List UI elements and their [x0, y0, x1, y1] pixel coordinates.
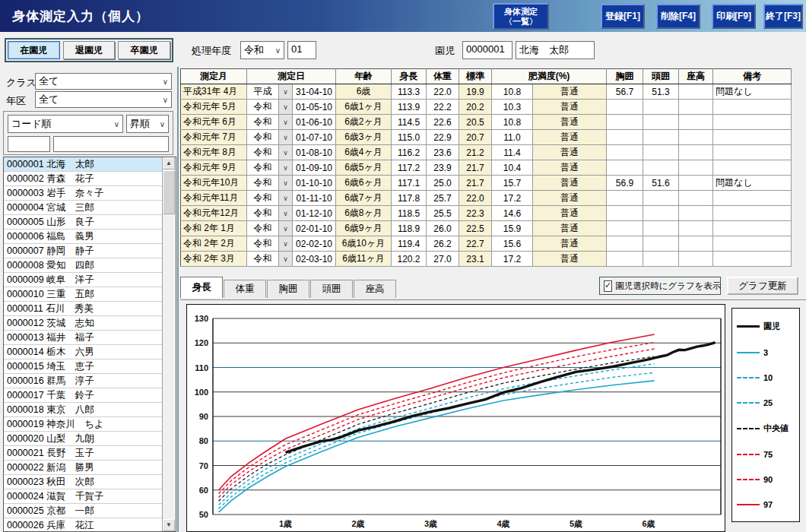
era-select[interactable]: 令和 ∨ — [240, 41, 284, 59]
col-obesity: 肥満度(%) — [492, 69, 607, 84]
list-item[interactable]: 0000004 宮城 三郎 — [4, 201, 163, 215]
list-item[interactable]: 0000007 静岡 静子 — [4, 244, 163, 258]
list-item[interactable]: 0000013 福井 福子 — [4, 331, 163, 345]
register-button[interactable]: 登録[F1] — [601, 4, 645, 29]
graph-update-button[interactable]: グラフ更新 — [727, 277, 798, 295]
scroll-thumb[interactable] — [163, 170, 175, 214]
table-row[interactable]: 令和元年 8月令和∨01-08-106歳4ヶ月116.223.621.211.4… — [181, 145, 792, 160]
list-item[interactable]: 0000008 愛知 四郎 — [4, 258, 163, 273]
fiscal-year-label: 処理年度 — [192, 44, 231, 58]
graph-tab-height[interactable]: 身長 — [180, 277, 223, 298]
delete-button[interactable]: 削除[F4] — [656, 4, 700, 29]
era-dropdown-button[interactable]: ∨ — [279, 160, 293, 176]
table-row[interactable]: 令和元年 7月令和∨01-07-106歳3ヶ月115.022.920.711.0… — [181, 130, 792, 145]
list-item[interactable]: 0000009 岐阜 洋子 — [4, 273, 163, 287]
table-row[interactable]: 令和元年 9月令和∨01-09-106歳5ヶ月117.223.921.710.4… — [181, 160, 792, 176]
order-select[interactable]: 昇順 ∨ — [126, 115, 169, 133]
legend-entry: 3 — [737, 348, 795, 357]
era-dropdown-button[interactable]: ∨ — [279, 100, 293, 115]
legend-entry: 90 — [737, 475, 795, 484]
svg-text:60: 60 — [199, 486, 208, 495]
era-dropdown-button[interactable]: ∨ — [279, 252, 293, 267]
list-item[interactable]: 0000003 岩手 奈々子 — [4, 186, 163, 201]
graph-tab-sitting[interactable]: 座高 — [354, 280, 396, 298]
body-measure-list-button[interactable]: 身体測定 〈一覧〉 — [493, 3, 549, 30]
legend-entry: 97 — [737, 500, 795, 509]
table-row[interactable]: 令和元年 6月令和∨01-06-106歳2ヶ月114.522.620.510.8… — [181, 115, 792, 130]
era-dropdown-button[interactable]: ∨ — [279, 221, 293, 236]
list-item[interactable]: 0000024 滋賀 千賀子 — [4, 489, 163, 504]
col-date: 測定日 — [247, 69, 336, 84]
list-item[interactable]: 0000020 山梨 九朗 — [4, 432, 163, 446]
col-age: 年齢 — [336, 69, 392, 84]
era-dropdown-button[interactable]: ∨ — [279, 191, 293, 206]
tab-withdrawn[interactable]: 退園児 — [63, 41, 116, 59]
table-row[interactable]: 令和 2年 2月令和∨02-02-106歳10ヶ月119.426.222.715… — [181, 236, 792, 252]
table-row[interactable]: 令和 2年 1月令和∨02-01-106歳9ヶ月118.926.022.515.… — [181, 221, 792, 236]
table-row[interactable]: 令和 2年 3月令和∨02-03-106歳11ヶ月120.227.023.117… — [181, 252, 792, 267]
svg-text:110: 110 — [195, 363, 208, 372]
era-dropdown-button[interactable]: ∨ — [279, 84, 293, 100]
tab-enrolled[interactable]: 在園児 — [8, 41, 60, 59]
list-item[interactable]: 0000025 京都 一郎 — [4, 504, 163, 518]
list-item[interactable]: 0000021 長野 玉子 — [4, 446, 163, 461]
svg-text:80: 80 — [199, 436, 208, 445]
list-item[interactable]: 0000011 石川 秀美 — [4, 302, 163, 316]
list-scrollbar[interactable]: ▲ ▼ — [162, 157, 176, 531]
table-row[interactable]: 令和元年11月令和∨01-11-106歳7ヶ月117.825.722.017.2… — [181, 191, 792, 206]
svg-text:100: 100 — [195, 388, 208, 397]
filter-name-input[interactable] — [53, 136, 169, 152]
graph-tab-weight[interactable]: 体重 — [224, 280, 266, 298]
era-dropdown-button[interactable]: ∨ — [279, 145, 293, 160]
print-button[interactable]: 印刷[F9] — [712, 4, 756, 29]
graph-tab-chest[interactable]: 胸囲 — [267, 280, 309, 298]
legend-entry: 25 — [737, 398, 795, 407]
era-dropdown-button[interactable]: ∨ — [279, 176, 293, 191]
panel-divider — [177, 67, 179, 532]
table-row[interactable]: 令和元年12月令和∨01-12-106歳8ヶ月118.525.522.314.6… — [181, 206, 792, 221]
list-item[interactable]: 0000006 福島 義男 — [4, 230, 163, 244]
legend-line-sample — [737, 479, 760, 480]
list-item[interactable]: 0000016 群馬 淳子 — [4, 374, 163, 388]
fiscal-year-input[interactable]: 01 — [287, 41, 316, 59]
list-item[interactable]: 0000018 東京 八郎 — [4, 403, 163, 417]
filter-code-input[interactable] — [8, 136, 50, 152]
list-item[interactable]: 0000010 三重 五郎 — [4, 287, 163, 302]
list-item[interactable]: 0000019 神奈川 ちよ — [4, 417, 163, 432]
scroll-up-icon[interactable]: ▲ — [163, 157, 175, 169]
era-dropdown-button[interactable]: ∨ — [279, 130, 293, 145]
list-item[interactable]: 0000012 茨城 志知 — [4, 316, 163, 331]
list-item[interactable]: 0000022 新潟 勝男 — [4, 461, 163, 475]
era-dropdown-button[interactable]: ∨ — [279, 115, 293, 130]
exit-button[interactable]: 終了[F3] — [763, 4, 803, 29]
table-row[interactable]: 平成31年 4月平成∨31-04-106歳113.322.019.910.8普通… — [181, 84, 792, 100]
list-item[interactable]: 0000023 秋田 次郎 — [4, 475, 163, 489]
table-row[interactable]: 令和元年 5月令和∨01-05-106歳1ヶ月113.922.220.210.3… — [181, 100, 792, 115]
list-item[interactable]: 0000026 兵庫 花江 — [4, 518, 163, 532]
series-3 — [219, 381, 655, 512]
list-item[interactable]: 0000015 埼玉 恵子 — [4, 359, 163, 374]
list-item[interactable]: 0000005 山形 良子 — [4, 215, 163, 230]
table-row[interactable]: 令和元年10月令和∨01-10-106歳6ヶ月117.125.021.715.7… — [181, 176, 792, 191]
list-item[interactable]: 0000014 栃木 六男 — [4, 345, 163, 359]
list-item[interactable]: 0000001 北海 太郎 — [4, 157, 163, 172]
class-select[interactable]: 全て ∨ — [35, 73, 172, 90]
show-graph-checkbox[interactable]: ✓ — [604, 280, 612, 292]
scroll-down-icon[interactable]: ▼ — [163, 519, 175, 531]
list-item[interactable]: 0000002 青森 花子 — [4, 172, 163, 186]
tab-graduated[interactable]: 卒園児 — [118, 41, 170, 59]
child-code-input[interactable]: 0000001 — [462, 41, 512, 59]
graph-tab-head[interactable]: 頭囲 — [310, 280, 353, 298]
list-item[interactable]: 0000017 千葉 鈴子 — [4, 388, 163, 403]
child-name-input[interactable]: 北海 太郎 — [516, 41, 595, 59]
legend-line-sample — [737, 377, 760, 378]
graph-panel: 50607080901001101201301歳2歳3歳4歳5歳6歳 園児310… — [180, 299, 806, 532]
svg-text:4歳: 4歳 — [497, 519, 509, 528]
sort-select[interactable]: コード順 ∨ — [8, 115, 123, 133]
svg-text:5歳: 5歳 — [570, 519, 582, 528]
svg-text:50: 50 — [199, 510, 208, 519]
era-dropdown-button[interactable]: ∨ — [279, 206, 293, 221]
era-dropdown-button[interactable]: ∨ — [279, 236, 293, 252]
agegroup-select[interactable]: 全て ∨ — [35, 91, 172, 108]
svg-text:120: 120 — [195, 338, 208, 347]
